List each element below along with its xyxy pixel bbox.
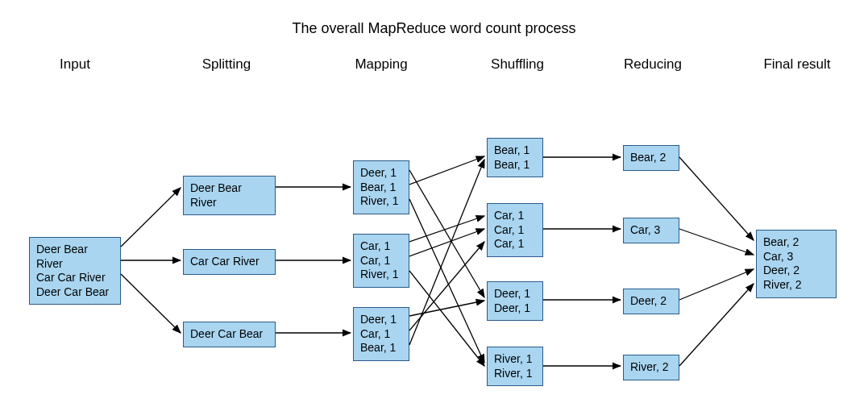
arrows-layer — [0, 0, 868, 403]
map-line: Deer, 1 — [360, 313, 402, 327]
svg-line-22 — [679, 269, 754, 300]
shuffle-line: Deer, 1 — [494, 301, 536, 316]
shuffle-line: River, 1 — [494, 352, 536, 367]
split-text: Deer Car Bear — [190, 327, 263, 340]
map-node-2: Car, 1 Car, 1 River, 1 — [353, 234, 409, 288]
final-line: Car, 3 — [763, 250, 829, 264]
reduce-text: Bear, 2 — [630, 151, 666, 164]
final-node: Bear, 2 Car, 3 Deer, 2 River, 2 — [756, 230, 837, 298]
final-line: Bear, 2 — [763, 235, 829, 250]
shuffle-line: Deer, 1 — [494, 287, 536, 301]
map-line: Bear, 1 — [360, 181, 402, 195]
final-line: River, 2 — [763, 278, 829, 293]
svg-line-10 — [409, 216, 484, 242]
stage-header-splitting: Splitting — [202, 56, 251, 73]
shuffle-line: Bear, 1 — [494, 143, 536, 158]
reduce-node-bear: Bear, 2 — [623, 145, 679, 171]
stage-header-reducing: Reducing — [624, 56, 682, 73]
svg-line-8 — [409, 156, 484, 185]
input-line: Car Car River — [36, 271, 114, 285]
split-text: Car Car River — [190, 255, 260, 268]
map-line: River, 1 — [360, 268, 402, 282]
final-line: Deer, 2 — [763, 264, 829, 278]
shuffle-line: Car, 1 — [494, 237, 536, 251]
svg-line-9 — [409, 199, 484, 363]
map-line: Deer, 1 — [360, 166, 402, 181]
svg-line-23 — [679, 284, 754, 366]
reduce-text: Deer, 2 — [630, 294, 667, 307]
map-line: Bear, 1 — [360, 341, 402, 355]
svg-line-1 — [121, 188, 181, 247]
reduce-node-river: River, 2 — [623, 355, 679, 380]
reduce-text: Car, 3 — [630, 223, 660, 236]
stage-header-shuffling: Shuffling — [491, 56, 544, 73]
svg-line-3 — [121, 274, 181, 333]
reduce-text: River, 2 — [630, 360, 668, 373]
map-line: River, 1 — [360, 194, 402, 209]
shuffle-node-car: Car, 1 Car, 1 Car, 1 — [487, 203, 543, 257]
map-line: Car, 1 — [360, 327, 402, 342]
svg-line-15 — [409, 160, 484, 345]
map-line: Car, 1 — [360, 239, 402, 254]
svg-line-21 — [679, 229, 754, 255]
reduce-node-deer: Deer, 2 — [623, 289, 679, 314]
shuffle-node-river: River, 1 River, 1 — [487, 347, 543, 386]
svg-line-20 — [679, 157, 754, 240]
svg-line-14 — [409, 242, 484, 330]
map-node-1: Deer, 1 Bear, 1 River, 1 — [353, 160, 409, 214]
input-line: Deer Bear River — [36, 243, 114, 271]
reduce-node-car: Car, 3 — [623, 218, 679, 243]
map-line: Car, 1 — [360, 254, 402, 268]
stage-header-mapping: Mapping — [355, 56, 407, 73]
svg-line-13 — [409, 301, 484, 316]
stage-header-input: Input — [60, 56, 90, 73]
svg-line-7 — [409, 170, 484, 297]
svg-line-11 — [409, 229, 484, 256]
diagram-title: The overall MapReduce word count process — [0, 20, 868, 37]
input-node: Deer Bear River Car Car River Deer Car B… — [29, 237, 121, 305]
input-line: Deer Car Bear — [36, 285, 114, 300]
split-node-1: Deer Bear River — [183, 176, 276, 215]
shuffle-line: Car, 1 — [494, 209, 536, 223]
stage-header-final: Final result — [763, 56, 830, 73]
shuffle-line: Car, 1 — [494, 223, 536, 238]
shuffle-node-deer: Deer, 1 Deer, 1 — [487, 281, 543, 321]
map-node-3: Deer, 1 Car, 1 Bear, 1 — [353, 307, 409, 361]
shuffle-node-bear: Bear, 1 Bear, 1 — [487, 138, 543, 177]
shuffle-line: Bear, 1 — [494, 158, 536, 172]
svg-line-12 — [409, 271, 484, 366]
shuffle-line: River, 1 — [494, 367, 536, 381]
split-node-2: Car Car River — [183, 249, 276, 275]
split-node-3: Deer Car Bear — [183, 322, 276, 347]
split-text: Deer Bear River — [190, 181, 242, 209]
